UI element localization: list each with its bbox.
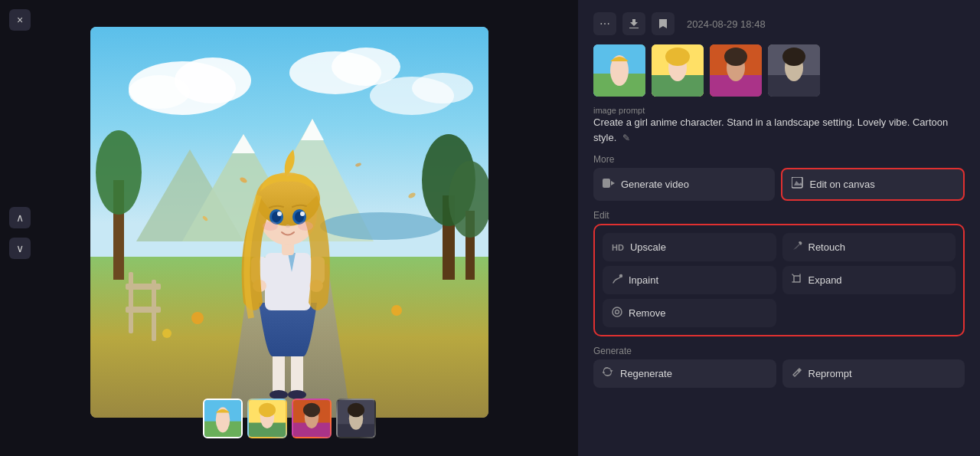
edit-section-wrapper: Edit HD Upscale Retouch [593, 210, 965, 336]
svg-point-69 [347, 403, 364, 417]
preview-thumb-3[interactable] [710, 44, 762, 97]
thumbnail-1[interactable] [203, 399, 243, 438]
regenerate-label: Regenerate [620, 368, 672, 379]
thumbnail-2[interactable] [247, 399, 287, 438]
regenerate-icon [603, 367, 614, 380]
svg-point-61 [258, 403, 275, 417]
svg-point-21 [96, 130, 142, 215]
generate-video-button[interactable]: Generate video [593, 168, 775, 201]
svg-point-80 [724, 48, 747, 66]
svg-point-90 [612, 307, 622, 317]
left-panel: × ∧ ∨ [0, 0, 578, 456]
more-label: More [593, 154, 965, 165]
svg-point-54 [298, 221, 313, 231]
canvas-icon [792, 177, 804, 192]
svg-point-91 [616, 310, 619, 314]
edit-row-1: HD Upscale Retouch [603, 233, 956, 261]
reprompt-label: Reprompt [808, 368, 852, 379]
remove-label: Remove [629, 307, 665, 319]
inpaint-icon [612, 274, 622, 287]
svg-point-26 [191, 312, 204, 324]
preview-thumb-4[interactable] [768, 44, 820, 97]
main-image [90, 27, 488, 418]
image-prompt-label: image prompt [593, 106, 965, 115]
retouch-button[interactable]: Retouch [782, 233, 956, 261]
bookmark-button[interactable] [652, 12, 675, 35]
inpaint-label: Inpaint [629, 274, 658, 286]
top-bar-icons: ⋯ [593, 12, 675, 35]
regenerate-button[interactable]: Regenerate [593, 359, 776, 388]
preview-thumb-2[interactable] [652, 44, 704, 97]
edit-row-3: Remove [603, 299, 956, 327]
nav-down-button[interactable]: ∨ [9, 238, 31, 259]
nav-up-button[interactable]: ∧ [9, 207, 31, 228]
timestamp: 2024-08-29 18:48 [687, 18, 766, 30]
svg-rect-18 [126, 284, 161, 290]
svg-point-84 [782, 48, 805, 66]
reprompt-icon [792, 367, 802, 380]
svg-point-51 [300, 212, 305, 216]
svg-point-13 [320, 212, 443, 240]
upscale-label: Upscale [630, 241, 666, 253]
svg-point-53 [263, 221, 278, 231]
thumbnail-strip [203, 399, 376, 438]
generate-video-label: Generate video [621, 179, 689, 190]
svg-point-88 [620, 275, 622, 277]
expand-button[interactable]: Expand [782, 266, 956, 294]
svg-point-76 [665, 48, 690, 66]
close-button[interactable]: × [9, 9, 31, 31]
svg-rect-85 [603, 179, 610, 188]
svg-point-52 [286, 225, 290, 228]
svg-rect-16 [129, 272, 133, 333]
top-bar: ⋯ 2024-08-29 18:48 [593, 12, 965, 35]
edit-label: Edit [593, 210, 965, 221]
retouch-label: Retouch [808, 241, 845, 253]
thumbnail-3[interactable] [292, 399, 332, 438]
svg-rect-89 [794, 276, 800, 282]
thumbnail-4[interactable] [336, 399, 376, 438]
expand-icon [792, 274, 802, 287]
svg-point-3 [129, 75, 190, 109]
remove-button[interactable]: Remove [603, 299, 776, 327]
svg-rect-19 [126, 307, 161, 313]
generate-label: Generate [593, 346, 965, 356]
expand-label: Expand [808, 274, 842, 286]
reprompt-button[interactable]: Reprompt [782, 359, 965, 388]
svg-point-65 [302, 403, 319, 417]
svg-point-50 [277, 212, 282, 216]
remove-icon [612, 307, 622, 320]
svg-point-7 [412, 73, 473, 103]
generate-section: Generate Regenerate Reprompt [593, 346, 965, 388]
edit-row-2: Inpaint Expand [603, 266, 956, 294]
preview-thumbnails [593, 44, 965, 97]
svg-point-28 [391, 305, 402, 316]
edit-prompt-icon[interactable]: ✎ [622, 131, 630, 145]
main-image-container [90, 27, 488, 445]
video-icon [603, 178, 615, 191]
preview-thumb-1[interactable] [593, 44, 645, 97]
download-button[interactable] [622, 12, 645, 35]
edit-on-canvas-label: Edit on canvas [810, 179, 875, 190]
svg-marker-86 [611, 181, 615, 185]
svg-rect-37 [265, 253, 311, 310]
image-prompt-section: image prompt Create a girl anime charact… [593, 106, 965, 145]
upscale-button[interactable]: HD Upscale [603, 233, 776, 261]
edit-section: HD Upscale Retouch Inpaint [593, 224, 965, 336]
more-options-button[interactable]: ⋯ [593, 12, 616, 35]
right-panel: ⋯ 2024-08-29 18:48 image prompt Create a… [578, 0, 980, 456]
image-prompt-text: Create a girl anime character. Stand in … [593, 115, 965, 145]
more-action-row: Generate video Edit on canvas [593, 168, 965, 201]
hd-icon: HD [612, 243, 624, 252]
inpaint-button[interactable]: Inpaint [603, 266, 776, 294]
more-section: More Generate video Edit on canvas [593, 154, 965, 201]
retouch-icon [792, 241, 802, 254]
edit-on-canvas-button[interactable]: Edit on canvas [781, 168, 965, 201]
generate-row: Regenerate Reprompt [593, 359, 965, 388]
svg-point-27 [162, 329, 172, 338]
